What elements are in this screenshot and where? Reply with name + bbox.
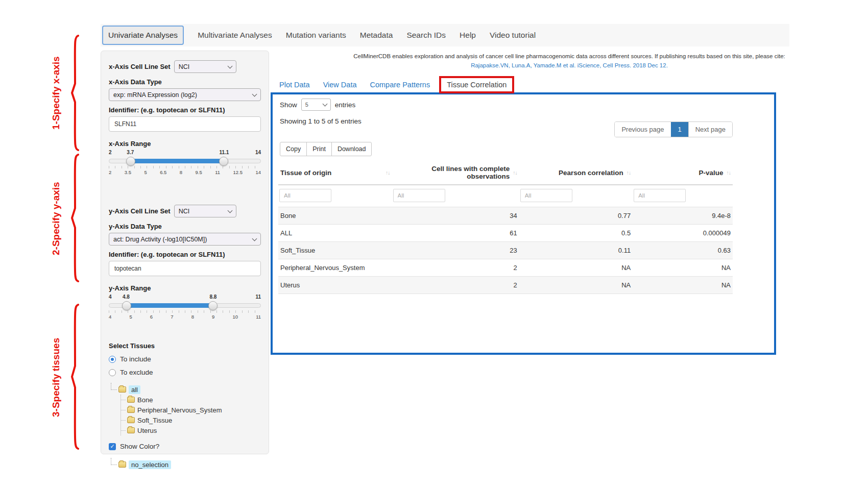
table-row[interactable]: Peripheral_Nervous_System 2 NA NA — [278, 259, 733, 277]
tick-label: 8 — [180, 169, 182, 175]
tab-plot-data[interactable]: Plot Data — [279, 81, 310, 89]
citation-link[interactable]: Rajapakse.VN, Luna.A, Yamade.M et al. iS… — [276, 62, 863, 68]
y-axis-identifier-input[interactable] — [109, 261, 261, 276]
next-page-button[interactable]: Next page — [688, 122, 732, 137]
y-range-track[interactable] — [109, 303, 261, 308]
show-label: Show — [280, 101, 297, 109]
tab-tissue-correlation[interactable]: Tissue Correlation — [439, 76, 514, 93]
y-axis-range-slider[interactable]: 4 4.8 8.8 11 4 5 6 7 8 9 10 11 — [109, 294, 261, 320]
annotation-step1-label: 1-Specify x-axis — [51, 38, 62, 148]
tissue-tree: all Bone Peripheral_Nervous_System Soft_… — [111, 384, 261, 435]
show-color-checkbox[interactable] — [109, 443, 116, 450]
filter-p-value-input[interactable] — [634, 189, 686, 202]
header-cell-lines[interactable]: Cell lines with complete observations — [392, 161, 519, 185]
table-row[interactable]: Uterus 2 NA NA — [278, 277, 733, 294]
y-range-tick-labels: 4 5 6 7 8 9 10 11 — [109, 314, 261, 320]
x-range-low-handle[interactable] — [126, 157, 135, 166]
chevron-down-icon — [322, 102, 327, 107]
tree-connector — [111, 383, 117, 390]
show-color-option[interactable]: Show Color? — [109, 443, 261, 450]
tick-label: 11 — [256, 314, 261, 320]
x-axis-range-slider[interactable]: 2 3.7 11.1 14 2 3.5 5 6.5 8 9.5 11 12.5 … — [109, 150, 261, 175]
to-include-radio[interactable] — [109, 356, 116, 363]
nav-item-mutation-variants[interactable]: Mutation variants — [286, 31, 346, 40]
header-label: Pearson correlation — [559, 169, 623, 177]
annotation-step3-label: 3-Specify tissues — [51, 306, 62, 448]
cell-pearson: 0.5 — [519, 225, 633, 242]
tree-node-peripheral-nervous-system[interactable]: Peripheral_Nervous_System — [121, 405, 261, 415]
no-selection-tree: no_selection — [111, 459, 261, 470]
header-pearson-correlation[interactable]: Pearson correlation — [519, 161, 633, 185]
x-axis-data-type-value: exp: mRNA Expression (log2) — [113, 91, 197, 99]
y-range-high-handle[interactable] — [208, 301, 218, 310]
tab-view-data[interactable]: View Data — [323, 81, 357, 89]
filter-tissue-input[interactable] — [279, 189, 331, 202]
to-exclude-option[interactable]: To exclude — [109, 369, 261, 376]
nav-item-help[interactable]: Help — [460, 31, 476, 40]
x-axis-identifier-input[interactable] — [109, 116, 261, 132]
tick-label: 7 — [171, 314, 173, 320]
cell-p-value: NA — [633, 277, 733, 294]
tick-label: 9 — [212, 314, 214, 320]
x-range-tickmarks — [109, 166, 261, 168]
x-axis-data-type-select[interactable]: exp: mRNA Expression (log2) — [109, 88, 261, 101]
entries-count-select[interactable]: 5 — [301, 99, 331, 111]
tick-label: 6.5 — [160, 169, 166, 175]
tree-node-no-selection-label: no_selection — [129, 460, 171, 469]
filter-cell-lines-input[interactable] — [393, 189, 445, 202]
folder-icon — [118, 386, 126, 393]
x-axis-cell-line-set-row: x-Axis Cell Line Set NCI — [109, 60, 261, 73]
filter-pearson-input[interactable] — [520, 189, 572, 202]
tree-node-all-label: all — [129, 385, 140, 394]
table-row[interactable]: Bone 34 0.77 9.4e-8 — [278, 207, 733, 225]
header-tissue-of-origin[interactable]: Tissue of origin — [278, 161, 392, 185]
tree-node-no-selection[interactable]: no_selection — [111, 459, 261, 470]
citation-text: CellMinerCDB enables exploration and ana… — [276, 53, 863, 59]
chevron-down-icon — [227, 208, 232, 213]
table-row[interactable]: Soft_Tissue 23 0.11 0.63 — [278, 242, 733, 259]
x-range-high-handle[interactable] — [219, 157, 228, 166]
download-button[interactable]: Download — [331, 142, 372, 156]
tick-label: 12.5 — [233, 169, 243, 175]
y-axis-cell-line-set-select[interactable]: NCI — [174, 205, 236, 217]
x-axis-cell-line-set-value: NCI — [179, 63, 190, 70]
to-exclude-radio[interactable] — [109, 369, 116, 376]
cell-p-value: 0.000049 — [633, 225, 733, 242]
sort-icon — [727, 169, 731, 176]
nav-item-univariate-analyses[interactable]: Univariate Analyses — [102, 26, 184, 45]
folder-icon — [118, 461, 126, 468]
y-range-low-handle[interactable] — [122, 301, 131, 310]
cell-pearson: NA — [519, 277, 633, 294]
tick-label: 3.5 — [125, 169, 131, 175]
nav-item-multivariate-analyses[interactable]: Multivariate Analyses — [198, 31, 272, 40]
print-button[interactable]: Print — [306, 142, 332, 156]
tick-label: 8 — [191, 314, 194, 320]
x-range-track[interactable] — [109, 159, 261, 163]
header-label: Tissue of origin — [280, 169, 331, 177]
y-range-tickmarks — [109, 310, 261, 313]
tab-compare-patterns[interactable]: Compare Patterns — [370, 81, 430, 89]
folder-icon — [127, 427, 135, 433]
table-row[interactable]: ALL 61 0.5 0.000049 — [278, 225, 733, 242]
nav-item-search-ids[interactable]: Search IDs — [406, 31, 446, 40]
tree-node-uterus[interactable]: Uterus — [121, 425, 261, 435]
page-1-button[interactable]: 1 — [671, 122, 688, 137]
tree-node-soft-tissue[interactable]: Soft_Tissue — [121, 415, 261, 425]
nav-item-metadata[interactable]: Metadata — [360, 31, 393, 40]
tick-label: 10 — [232, 314, 238, 320]
nav-item-video-tutorial[interactable]: Video tutorial — [490, 31, 536, 40]
tree-node-all[interactable]: all — [111, 384, 261, 395]
showing-entries-status: Showing 1 to 5 of 5 entries — [280, 117, 361, 125]
copy-button[interactable]: Copy — [280, 142, 307, 156]
previous-page-button[interactable]: Previous page — [615, 122, 670, 137]
x-axis-data-type-label: x-Axis Data Type — [109, 78, 261, 86]
y-axis-cell-line-set-value: NCI — [179, 208, 190, 215]
tree-node-bone[interactable]: Bone — [121, 395, 261, 405]
to-include-option[interactable]: To include — [109, 355, 261, 363]
y-axis-data-type-select[interactable]: act: Drug Activity (-log10[IC50M]) — [109, 233, 261, 246]
cell-tissue: Peripheral_Nervous_System — [278, 259, 392, 277]
sort-icon — [626, 169, 631, 176]
header-p-value[interactable]: P-value — [633, 161, 733, 185]
x-axis-cell-line-set-select[interactable]: NCI — [174, 60, 236, 73]
cell-p-value: 0.63 — [633, 242, 733, 259]
